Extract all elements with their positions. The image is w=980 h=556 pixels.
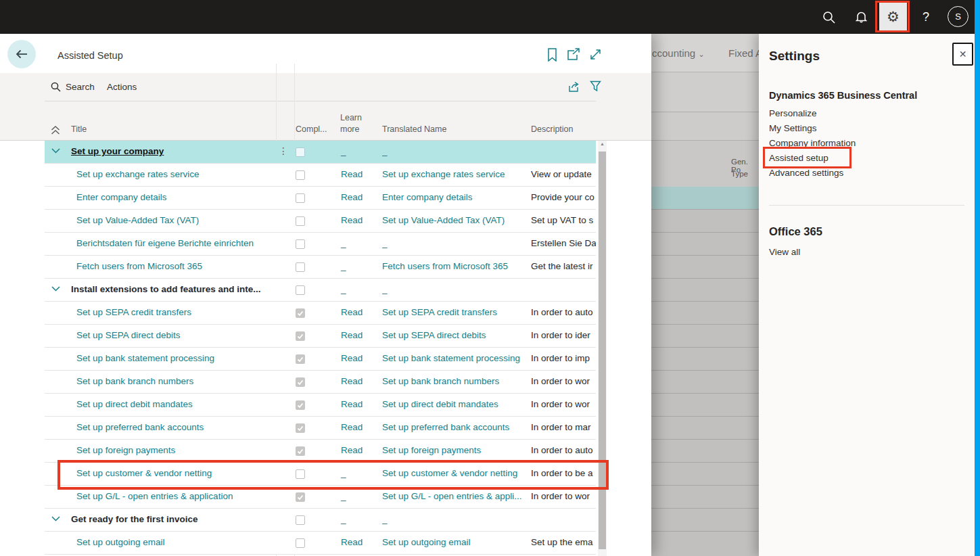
back-button[interactable]	[7, 40, 36, 68]
column-header-title[interactable]: Title	[71, 124, 87, 134]
setup-title-link[interactable]: Set up preferred bank accounts	[76, 422, 204, 432]
setup-title-link[interactable]: Set up your company	[71, 146, 164, 156]
completed-checkbox[interactable]	[296, 170, 305, 180]
table-row[interactable]: Berichtsdaten für eigene Berichte einric…	[45, 233, 596, 256]
setup-title-link[interactable]: Set up outgoing email	[76, 537, 165, 547]
completed-checkbox[interactable]	[296, 377, 305, 387]
table-row[interactable]: Set up bank statement processingReadSet …	[45, 348, 596, 371]
settings-link-company-information[interactable]: Company information	[769, 138, 856, 148]
table-row[interactable]: Set up SEPA direct debitsReadSet up SEPA…	[45, 325, 596, 348]
avatar[interactable]: S	[948, 6, 969, 27]
table-row[interactable]: Install extensions to add features and i…	[45, 279, 596, 302]
table-row[interactable]: Set up Value-Added Tax (VAT)ReadSet up V…	[45, 210, 596, 233]
setup-title-link[interactable]: Get ready for the first invoice	[71, 514, 198, 524]
table-row[interactable]: Set up exchange rates serviceReadSet up …	[45, 164, 596, 187]
setup-title-link[interactable]: Set up exchange rates service	[76, 169, 200, 179]
column-header-completed[interactable]: Compl...	[296, 124, 327, 134]
setup-title-link[interactable]: Set up SEPA credit transfers	[76, 307, 191, 317]
table-row[interactable]: Set up outgoing emailReadSet up outgoing…	[45, 532, 596, 555]
table-row[interactable]: Set up SEPA credit transfersReadSet up S…	[45, 302, 596, 325]
learn-more-link[interactable]: Read	[341, 215, 376, 225]
setup-title-link[interactable]: Berichtsdaten für eigene Berichte einric…	[76, 238, 254, 248]
setup-title-link[interactable]: Set up customer & vendor netting	[76, 468, 212, 478]
setup-title-link[interactable]: Set up direct debit mandates	[76, 399, 193, 409]
column-header-translated-name[interactable]: Translated Name	[382, 124, 446, 134]
settings-link-view-all[interactable]: View all	[769, 247, 800, 257]
completed-checkbox[interactable]	[296, 147, 305, 157]
learn-more-link[interactable]: Read	[341, 399, 376, 409]
setup-title-link[interactable]: Set up bank branch numbers	[76, 376, 193, 386]
search-icon[interactable]	[813, 0, 844, 34]
close-icon[interactable]: ✕	[952, 43, 973, 66]
setup-title-link[interactable]: Fetch users from Microsoft 365	[76, 261, 202, 271]
expand-icon[interactable]	[589, 48, 602, 61]
completed-checkbox[interactable]	[296, 354, 305, 364]
learn-more-link[interactable]: Read	[341, 353, 376, 363]
vertical-scrollbar[interactable]: ▲	[598, 141, 607, 556]
completed-checkbox[interactable]	[296, 308, 305, 318]
customer-vendor-netting-row[interactable]: Set up customer & vendor netting_Set up …	[45, 463, 596, 486]
open-in-window-icon[interactable]	[567, 48, 580, 61]
learn-more-link[interactable]: Read	[341, 307, 376, 317]
scrollbar-thumb[interactable]	[599, 152, 606, 549]
completed-checkbox[interactable]	[296, 193, 305, 203]
completed-checkbox[interactable]	[296, 400, 305, 410]
actions-menu[interactable]: Actions	[107, 82, 137, 92]
settings-link-my-settings[interactable]: My Settings	[769, 123, 817, 133]
bookmark-icon[interactable]	[547, 48, 557, 62]
column-header-description[interactable]: Description	[531, 124, 574, 134]
table-row[interactable]: Fetch users from Microsoft 365_Fetch use…	[45, 256, 596, 279]
completed-checkbox[interactable]	[296, 515, 305, 525]
table-row[interactable]: Set up direct debit mandatesReadSet up d…	[45, 394, 596, 417]
learn-more-link[interactable]: Read	[341, 422, 376, 432]
learn-more-link[interactable]: Read	[341, 169, 376, 179]
table-row[interactable]: Set up G/L - open entries & application_…	[45, 486, 596, 509]
completed-checkbox[interactable]	[296, 423, 305, 433]
table-row[interactable]: Set up preferred bank accountsReadSet up…	[45, 417, 596, 440]
setup-title-link[interactable]: Set up foreign payments	[76, 445, 175, 455]
setup-title-link[interactable]: Install extensions to add features and i…	[71, 284, 261, 294]
settings-link-assisted-setup[interactable]: Assisted setup	[769, 153, 829, 163]
completed-checkbox[interactable]	[296, 446, 305, 456]
completed-checkbox[interactable]	[296, 285, 305, 295]
row-menu-icon[interactable]: ⋮	[279, 145, 288, 156]
description-text: In order to auto	[531, 307, 596, 317]
scroll-up-arrow-icon[interactable]: ▲	[598, 141, 607, 146]
column-header-learn-more2[interactable]: more	[340, 124, 359, 134]
completed-checkbox[interactable]	[296, 262, 305, 272]
learn-more-link[interactable]: Read	[341, 445, 376, 455]
collapse-all-icon[interactable]	[51, 126, 60, 135]
chevron-down-icon[interactable]	[51, 286, 60, 292]
learn-more-link[interactable]: Read	[341, 537, 376, 547]
completed-checkbox[interactable]	[296, 331, 305, 341]
table-row[interactable]: Set up foreign paymentsReadSet up foreig…	[45, 440, 596, 463]
setup-title-link[interactable]: Enter company details	[76, 192, 167, 202]
table-row[interactable]: Set up bank branch numbersReadSet up ban…	[45, 371, 596, 394]
help-icon[interactable]: ?	[910, 0, 941, 34]
learn-more-link[interactable]: Read	[341, 192, 376, 202]
settings-gear-icon[interactable]: ⚙	[879, 3, 907, 31]
learn-more-link[interactable]: Read	[341, 376, 376, 386]
setup-title-link[interactable]: Set up bank statement processing	[76, 353, 214, 363]
search-action[interactable]: Search	[51, 82, 95, 92]
setup-title-link[interactable]: Set up Value-Added Tax (VAT)	[76, 215, 199, 225]
filter-icon[interactable]	[590, 80, 601, 92]
chevron-down-icon[interactable]	[51, 516, 60, 522]
table-row[interactable]: Set up your company⋮__	[45, 141, 596, 164]
table-row[interactable]: Enter company detailsReadEnter company d…	[45, 187, 596, 210]
completed-checkbox[interactable]	[296, 216, 305, 226]
table-row[interactable]: Get ready for the first invoice__	[45, 509, 596, 532]
settings-link-advanced-settings[interactable]: Advanced settings	[769, 168, 843, 178]
settings-link-personalize[interactable]: Personalize	[769, 108, 817, 118]
setup-title-link[interactable]: Set up SEPA direct debits	[76, 330, 181, 340]
completed-checkbox[interactable]	[296, 469, 305, 479]
learn-more-link[interactable]: Read	[341, 330, 376, 340]
completed-checkbox[interactable]	[296, 492, 305, 502]
completed-checkbox[interactable]	[296, 239, 305, 249]
notifications-icon[interactable]	[845, 0, 877, 34]
completed-checkbox[interactable]	[296, 538, 305, 548]
column-header-learn-more[interactable]: Learn	[340, 113, 362, 122]
share-icon[interactable]	[567, 80, 581, 93]
setup-title-link[interactable]: Set up G/L - open entries & application	[76, 491, 233, 501]
chevron-down-icon[interactable]	[51, 148, 60, 154]
